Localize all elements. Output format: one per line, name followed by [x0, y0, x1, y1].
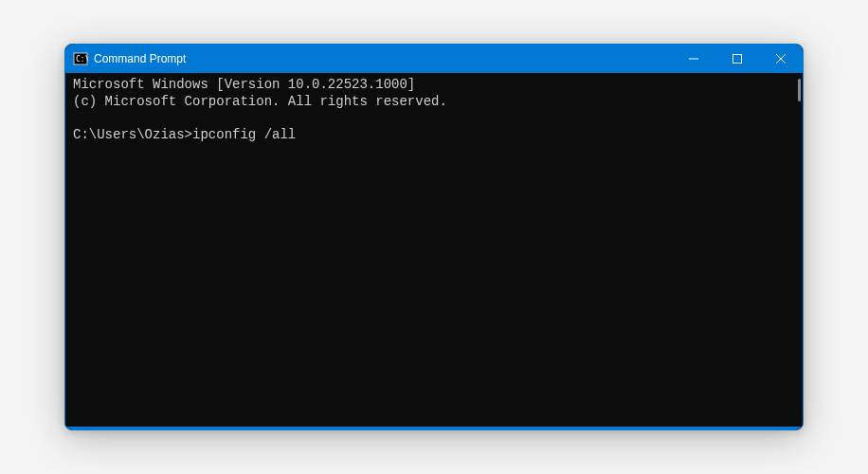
copyright-line: (c) Microsoft Corporation. All rights re… [73, 94, 447, 109]
svg-text:C:\: C:\ [76, 55, 88, 64]
command-input[interactable]: ipconfig /all [192, 127, 296, 142]
scrollbar[interactable] [798, 79, 801, 101]
window-controls [672, 45, 803, 73]
maximize-button[interactable] [715, 45, 759, 73]
command-prompt-window: C:\ Command Prompt Microsoft Windows [Ve… [64, 44, 804, 430]
window-title: Command Prompt [94, 52, 186, 65]
prompt: C:\Users\Ozias> [73, 127, 192, 142]
cmd-icon: C:\ [73, 51, 88, 66]
window-border-bottom [65, 427, 803, 429]
version-line: Microsoft Windows [Version 10.0.22523.10… [73, 77, 415, 92]
svg-rect-3 [733, 55, 742, 64]
terminal-body[interactable]: Microsoft Windows [Version 10.0.22523.10… [65, 73, 803, 427]
terminal-output: Microsoft Windows [Version 10.0.22523.10… [73, 77, 795, 143]
close-button[interactable] [759, 45, 803, 73]
titlebar[interactable]: C:\ Command Prompt [65, 45, 803, 73]
minimize-button[interactable] [672, 45, 715, 73]
